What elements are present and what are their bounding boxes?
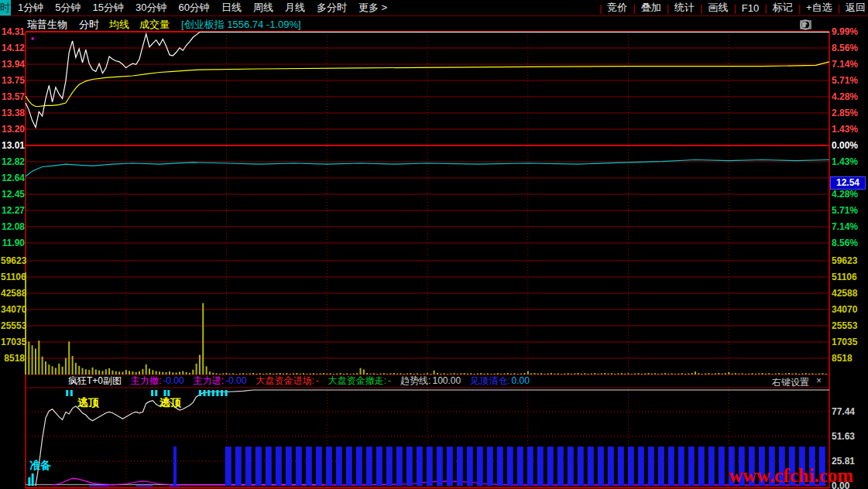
axis-tick: 13.94 xyxy=(1,59,25,70)
axis-tick: 25553 xyxy=(1,320,25,331)
axis-tick: 1.43% xyxy=(832,156,867,167)
axis-tick: 4.28% xyxy=(832,91,867,102)
axis-tick: 8.56% xyxy=(832,238,867,248)
axis-tick: 14.31 xyxy=(1,26,25,37)
axis-tick: 1.43% xyxy=(832,124,867,135)
chart-annotation: 准备 xyxy=(29,459,51,471)
axis-tick: 13.01 xyxy=(1,140,25,151)
axis-tick: 8.56% xyxy=(832,43,867,53)
axis-tick: 12.45 xyxy=(1,189,25,200)
close-indicator-icon[interactable]: × xyxy=(816,375,822,386)
chart-annotation: 逃顶 xyxy=(77,396,99,409)
axis-tick: 51106 xyxy=(832,272,867,282)
axis-tick: 7.14% xyxy=(832,59,867,70)
sub-indicator-values: 主力撤:-0.00主力进:-0.00大盘资金进场:-大盘资金撤走:-趋势线:10… xyxy=(131,374,530,388)
axis-tick: 42588 xyxy=(832,288,867,299)
axis-tick: 2.85% xyxy=(832,108,867,118)
right-click-settings-button[interactable]: 右键设置 xyxy=(772,376,809,389)
axis-tick: 12.27 xyxy=(1,205,25,216)
axis-tick: 14.12 xyxy=(1,43,25,53)
chart-annotation: 逃顶 xyxy=(160,396,181,409)
axis-tick: 51106 xyxy=(1,272,25,282)
watermark-text: www.cfchi.com xyxy=(729,465,853,487)
sub-indicator-header: 疯狂T+0副图 主力撤:-0.00主力进:-0.00大盘资金进场:-大盘资金撤走… xyxy=(68,375,530,387)
axis-tick: 59623 xyxy=(832,255,867,266)
axis-tick: 12.82 xyxy=(1,156,25,167)
axis-tick: 17035 xyxy=(832,337,867,347)
axis-tick: 59623 xyxy=(1,255,25,266)
axis-tick: 5.71% xyxy=(832,205,867,216)
axis-tick: 25553 xyxy=(832,320,867,331)
sub-indicator-field: 见顶清仓:0.00 xyxy=(470,374,530,388)
sub-indicator-title[interactable]: 疯狂T+0副图 xyxy=(68,374,122,388)
sub-indicator-field: 大盘资金进场:- xyxy=(256,374,318,388)
axis-tick: 8518 xyxy=(1,353,25,364)
axis-tick: 4.28% xyxy=(832,189,867,200)
axis-tick: 13.75 xyxy=(1,75,25,86)
axis-tick: 8518 xyxy=(832,353,867,364)
intraday-chart-canvas[interactable]: 逃顶逃顶准备 xyxy=(0,0,868,489)
axis-tick: 9.99% xyxy=(832,26,867,37)
axis-tick: 51.63 xyxy=(832,431,867,442)
stock-trading-app-window: 时 1分钟5分钟15分钟30分钟60分钟日线周线月线多分时更多 > |竞价|叠加… xyxy=(0,0,868,489)
axis-tick: 42588 xyxy=(1,288,25,299)
axis-tick: 17035 xyxy=(1,337,25,347)
axis-tick: 5.71% xyxy=(832,75,867,86)
sub-indicator-field: 主力进:-0.00 xyxy=(194,374,247,388)
axis-tick: 13.38 xyxy=(1,108,25,118)
current-price-tag: 12.54 xyxy=(830,176,866,190)
axis-tick: 77.44 xyxy=(832,406,867,417)
sub-indicator-field: 趋势线:100.00 xyxy=(400,374,461,388)
axis-tick: 13.20 xyxy=(1,124,25,135)
sub-indicator-field: 主力撤:-0.00 xyxy=(131,374,184,388)
sub-indicator-field: 大盘资金撤走:- xyxy=(328,374,391,388)
axis-tick: 34070 xyxy=(1,304,25,315)
axis-tick: 7.14% xyxy=(832,221,867,232)
axis-tick: 13.57 xyxy=(1,91,25,102)
axis-tick: 11.90 xyxy=(1,238,25,248)
axis-tick: 12.64 xyxy=(1,173,25,183)
axis-tick: 34070 xyxy=(832,304,867,315)
axis-tick: 0.00% xyxy=(832,140,867,151)
axis-tick: 12.08 xyxy=(1,221,25,232)
